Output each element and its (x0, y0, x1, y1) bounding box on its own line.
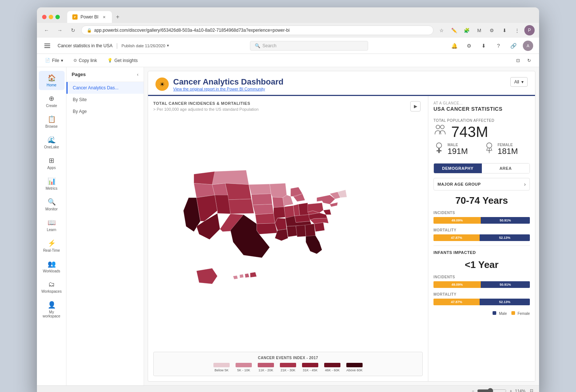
state-mt[interactable] (212, 170, 249, 185)
state-hi-1[interactable] (233, 276, 238, 279)
edit-icon[interactable]: ✏️ (449, 25, 459, 35)
insights-button[interactable]: 💡 Get insights (105, 57, 140, 64)
report-main-title: Cancer Analytics Dashboard (173, 77, 284, 87)
legend-title: CANCER EVENTS INDEX - 2017 (160, 356, 416, 360)
state-ar[interactable] (275, 218, 287, 230)
zoom-minus-icon[interactable]: − (472, 389, 474, 392)
state-pa[interactable] (308, 203, 323, 213)
age-group-header[interactable]: MAJOR AGE GROUP › (433, 178, 530, 190)
page-item-by-site[interactable]: By Site (66, 94, 144, 106)
sidebar-item-myworkspace[interactable]: 👤 My workspace (39, 298, 65, 321)
stats-panel: AT A GLANCE... USA CANCER STATISTICS TOT… (428, 96, 535, 381)
download-icon[interactable]: ⬇ (499, 25, 510, 35)
share-icon[interactable]: 🔗 (508, 41, 518, 51)
extensions-icon[interactable]: 🧩 (462, 25, 472, 35)
state-wy[interactable] (225, 183, 251, 200)
state-nj-de[interactable] (323, 209, 331, 214)
state-hi-3[interactable] (245, 274, 249, 278)
address-bar[interactable]: 🔒 app.powerbi.com/discover/gallery/65342… (81, 25, 433, 35)
fit-icon[interactable]: ⊡ (530, 388, 533, 392)
browser-window: P Power BI ✕ + ← → ↻ 🔒 app.powerbi.com/d… (37, 7, 539, 392)
zoom-slider[interactable] (477, 388, 507, 392)
state-il[interactable] (284, 206, 294, 218)
refresh-button[interactable]: ↻ (68, 25, 78, 35)
sidebar-item-workspaces[interactable]: 🗂 Workspaces (39, 278, 65, 296)
sidebar-item-create[interactable]: ⊕ Create (39, 92, 65, 111)
total-population-number: 743M (451, 124, 488, 139)
page-item-cancer-dash[interactable]: Cancer Analytics Das... (66, 82, 144, 94)
sidebar-item-metrics[interactable]: 📊 Metrics (39, 174, 65, 193)
search-bar-container: 🔍 Search (175, 41, 443, 51)
sidebar-item-realtime[interactable]: ⚡ Real-Time (39, 236, 65, 255)
state-nd[interactable] (249, 184, 271, 195)
state-sd[interactable] (251, 194, 272, 205)
legend-label-2: 11K - 20K (258, 368, 273, 372)
back-button[interactable]: ← (41, 25, 52, 35)
view-toggle-button[interactable]: ⊡ (514, 57, 522, 64)
state-ut[interactable] (215, 195, 231, 214)
copy-link-button[interactable]: ⊙ Copy link (71, 57, 99, 64)
report-subtitle-link[interactable]: View the original report in the Power BI… (173, 87, 284, 91)
bookmark-icon[interactable]: ☆ (436, 25, 447, 35)
maximize-button[interactable] (55, 15, 60, 19)
download-icon-topbar[interactable]: ⬇ (479, 41, 489, 51)
filter-dropdown[interactable]: All ▾ (510, 77, 528, 87)
state-hi-2[interactable] (240, 274, 244, 278)
map-section-title: TOTAL CANCER INCIDENCES & MORTALITIES (153, 101, 423, 106)
browser-tab[interactable]: P Power BI ✕ (67, 11, 112, 23)
demography-tab[interactable]: DEMOGRAPHY (434, 164, 482, 173)
state-oh[interactable] (298, 203, 309, 216)
state-mi[interactable] (291, 187, 305, 202)
mail-icon[interactable]: M (474, 25, 484, 35)
state-wi[interactable] (283, 195, 293, 207)
state-ne[interactable] (253, 204, 274, 214)
search-bar[interactable]: 🔍 Search (250, 41, 368, 51)
state-sc[interactable] (314, 223, 325, 232)
sidebar-item-onelake[interactable]: 🌊 OneLake (39, 133, 65, 152)
sidebar-item-browse[interactable]: 📋 Browse (39, 112, 65, 131)
state-ny[interactable] (317, 195, 335, 204)
settings-icon[interactable]: ⚙ (487, 25, 497, 35)
pages-collapse-button[interactable]: ‹ (137, 72, 138, 77)
user-avatar[interactable]: A (523, 41, 533, 51)
notification-icon[interactable]: 🔔 (449, 41, 459, 51)
state-ok[interactable] (257, 223, 278, 234)
settings-icon-topbar[interactable]: ⚙ (464, 41, 474, 51)
hamburger-menu[interactable] (43, 42, 52, 49)
sidebar-item-apps[interactable]: ⊞ Apps (39, 154, 65, 173)
help-icon[interactable]: ? (493, 41, 504, 51)
profile-avatar[interactable]: P (524, 25, 535, 35)
state-al[interactable] (296, 225, 306, 237)
dropdown-arrow-icon[interactable]: ▾ (167, 43, 169, 48)
file-button[interactable]: 📄 File ▾ (43, 57, 65, 64)
state-ak[interactable] (196, 268, 217, 284)
page-item-by-age[interactable]: By Age (66, 106, 144, 117)
zoom-plus-icon[interactable]: + (510, 389, 512, 392)
sidebar-item-home[interactable]: 🏠 Home (39, 71, 65, 90)
state-fl[interactable] (306, 235, 322, 254)
sidebar-item-monitor[interactable]: 🔍 Monitor (39, 195, 65, 214)
state-ks[interactable] (255, 213, 275, 224)
state-ia[interactable] (272, 197, 284, 207)
close-button[interactable] (42, 15, 47, 19)
map-expand-button[interactable]: ▶ (410, 101, 421, 111)
area-tab[interactable]: AREA (482, 164, 530, 173)
pages-title: Pages (72, 72, 86, 77)
pop-total-row: 743M (433, 124, 530, 140)
state-ky[interactable] (295, 214, 311, 222)
state-mn[interactable] (270, 183, 287, 197)
sidebar-item-workloads[interactable]: 👥 Workloads (39, 257, 65, 276)
sidebar-item-learn[interactable]: 📖 Learn (39, 216, 65, 235)
minimize-button[interactable] (49, 15, 53, 19)
tab-close-button[interactable]: ✕ (102, 14, 107, 20)
refresh-report-button[interactable]: ↻ (525, 57, 533, 64)
new-tab-button[interactable]: + (113, 13, 122, 21)
legend-label-6: Above 60K (346, 368, 363, 372)
state-hi-4[interactable] (250, 272, 257, 277)
state-ms[interactable] (287, 226, 297, 237)
state-co[interactable] (228, 199, 254, 214)
infants-incidents-bar-navy: 50.91% (481, 281, 530, 288)
more-icon[interactable]: ⋮ (512, 25, 522, 35)
forward-button[interactable]: → (55, 25, 65, 35)
legend-color-5 (324, 363, 340, 367)
